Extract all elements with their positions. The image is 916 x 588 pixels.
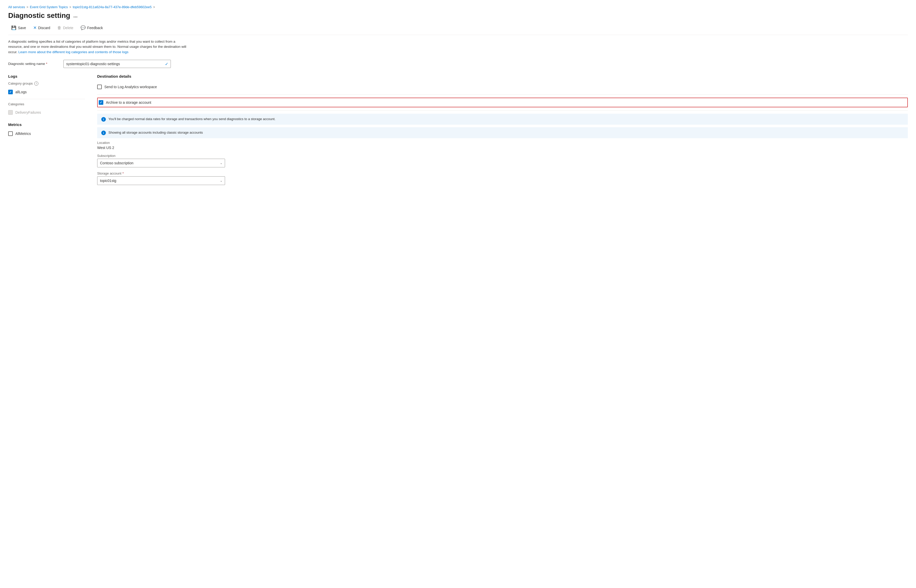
delete-button[interactable]: 🗑 Delete (54, 24, 76, 32)
logs-divider (8, 99, 85, 99)
metrics-section: Metrics AllMetrics (8, 123, 85, 137)
delivery-failures-label: DeliveryFailures (15, 110, 41, 115)
destination-title: Destination details (97, 74, 908, 78)
storage-info-box-2: i Showing all storage accounts including… (97, 127, 908, 138)
metrics-section-title: Metrics (8, 123, 85, 127)
breadcrumb-all-services[interactable]: All services (8, 5, 25, 9)
right-panel: Destination details Send to Log Analytic… (97, 74, 908, 189)
save-button[interactable]: 💾 Save (8, 24, 29, 32)
info-text-2: Showing all storage accounts including c… (108, 130, 203, 135)
location-value: West US 2 (97, 145, 908, 150)
breadcrumb-sep-1: > (27, 5, 28, 9)
main-content: Logs Category groups i allLogs Categorie… (8, 74, 908, 189)
diagnostic-name-input-wrapper: ✓ (63, 60, 171, 68)
discard-button[interactable]: ✕ Discard (30, 24, 53, 32)
learn-more-link[interactable]: Learn more about the different log categ… (18, 50, 129, 54)
log-analytics-checkbox[interactable] (97, 85, 102, 89)
diagnostic-setting-name-row: Diagnostic setting name * ✓ (8, 60, 908, 68)
storage-account-select[interactable]: topic01stg (97, 176, 225, 185)
logs-section-title: Logs (8, 74, 85, 78)
storage-info-box-1: i You'll be charged normal data rates fo… (97, 114, 908, 125)
location-field: Location West US 2 (97, 141, 908, 150)
location-label: Location (97, 141, 908, 145)
delete-icon: 🗑 (57, 26, 61, 30)
all-logs-checkbox[interactable] (8, 90, 13, 94)
info-icon-2: i (101, 131, 106, 135)
log-analytics-row: Send to Log Analytics workspace (97, 82, 908, 91)
category-groups-info-icon[interactable]: i (34, 81, 38, 86)
feedback-icon: 💬 (81, 25, 86, 30)
left-panel: Logs Category groups i allLogs Categorie… (8, 74, 85, 189)
diagnostic-name-input[interactable] (63, 60, 171, 68)
log-analytics-label: Send to Log Analytics workspace (104, 85, 157, 89)
category-groups-label: Category groups i (8, 81, 85, 86)
toolbar: 💾 Save ✕ Discard 🗑 Delete 💬 Feedback (8, 24, 908, 35)
input-valid-icon: ✓ (165, 61, 168, 66)
archive-storage-label: Archive to a storage account (106, 100, 151, 105)
info-icon-1: i (101, 117, 106, 122)
description-text: A diagnostic setting specifies a list of… (8, 39, 187, 55)
breadcrumb-topic[interactable]: topic01stg-811a624a-8a77-437e-89de-dfeb5… (73, 5, 152, 9)
delivery-failures-checkbox[interactable] (8, 110, 13, 115)
all-metrics-row: AllMetrics (8, 130, 85, 137)
breadcrumb-sep-3: > (153, 5, 155, 9)
storage-account-field: Storage account * topic01stg ⌄ (97, 171, 908, 185)
subscription-select-wrapper: Contoso subscription ⌄ (97, 159, 225, 167)
subscription-select[interactable]: Contoso subscription (97, 159, 225, 167)
breadcrumb-sep-2: > (69, 5, 71, 9)
archive-storage-row: Archive to a storage account (97, 98, 908, 107)
info-text-1: You'll be charged normal data rates for … (108, 117, 275, 121)
feedback-button[interactable]: 💬 Feedback (78, 24, 106, 32)
breadcrumb: All services > Event Grid System Topics … (8, 5, 908, 9)
storage-account-label: Storage account * (97, 171, 908, 175)
archive-storage-checkbox[interactable] (99, 100, 103, 105)
more-options-icon[interactable]: ... (73, 13, 78, 19)
all-metrics-label: AllMetrics (15, 132, 31, 136)
page-title: Diagnostic setting ... (8, 11, 908, 20)
breadcrumb-event-grid[interactable]: Event Grid System Topics (30, 5, 68, 9)
subscription-field: Subscription Contoso subscription ⌄ (97, 154, 908, 167)
all-metrics-checkbox[interactable] (8, 131, 13, 136)
discard-icon: ✕ (33, 25, 37, 30)
dest-divider-1 (97, 94, 908, 95)
diagnostic-name-label: Diagnostic setting name * (8, 62, 59, 66)
dest-divider-2 (97, 110, 908, 111)
all-logs-row: allLogs (8, 88, 85, 96)
all-logs-label: allLogs (15, 90, 27, 94)
storage-account-select-wrapper: topic01stg ⌄ (97, 176, 225, 185)
save-icon: 💾 (11, 25, 16, 30)
subscription-label: Subscription (97, 154, 908, 158)
delivery-failures-row: DeliveryFailures (8, 108, 85, 116)
categories-label: Categories (8, 102, 85, 106)
